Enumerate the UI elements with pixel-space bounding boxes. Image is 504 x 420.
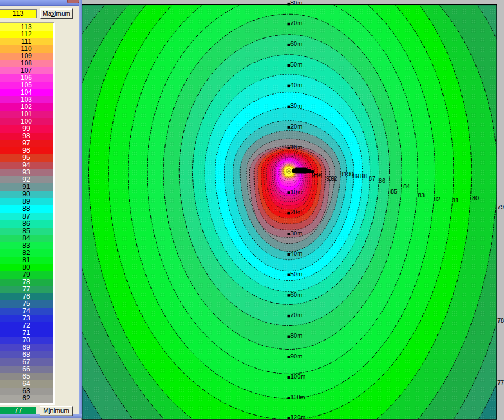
svg-text:120m: 120m	[290, 414, 306, 420]
svg-text:70m: 70m	[290, 312, 302, 318]
svg-text:81: 81	[452, 197, 459, 204]
svg-text:82: 82	[434, 196, 440, 202]
svg-text:40m: 40m	[290, 82, 302, 88]
svg-text:87: 87	[369, 175, 375, 182]
svg-text:110m: 110m	[290, 394, 305, 400]
svg-text:50m: 50m	[290, 271, 302, 277]
svg-text:85: 85	[390, 188, 397, 195]
svg-text:20m: 20m	[290, 123, 302, 130]
svg-text:89: 89	[352, 173, 359, 180]
svg-text:84: 84	[403, 183, 410, 190]
svg-text:88: 88	[360, 173, 367, 180]
svg-text:80: 80	[472, 195, 479, 201]
svg-text:100m: 100m	[290, 373, 306, 380]
svg-text:77: 77	[497, 379, 504, 386]
svg-text:10m: 10m	[290, 144, 302, 150]
svg-text:50m: 50m	[290, 61, 302, 68]
svg-text:60m: 60m	[290, 291, 302, 298]
svg-text:78: 78	[497, 317, 504, 324]
svg-text:40m: 40m	[290, 250, 302, 257]
svg-text:10m: 10m	[290, 188, 302, 195]
svg-text:70m: 70m	[290, 20, 302, 26]
svg-text:91: 91	[340, 171, 347, 177]
svg-text:83: 83	[418, 192, 425, 199]
svg-text:20m: 20m	[290, 209, 302, 215]
svg-text:30m: 30m	[290, 102, 302, 109]
svg-text:60m: 60m	[290, 40, 302, 47]
svg-text:9594: 9594	[312, 172, 323, 178]
svg-text:80m: 80m	[290, 0, 302, 6]
svg-text:90m: 90m	[290, 353, 302, 360]
svg-text:86: 86	[379, 177, 385, 184]
svg-text:9392: 9392	[326, 175, 337, 182]
svg-text:79: 79	[497, 204, 504, 210]
svg-text:30m: 30m	[290, 230, 302, 237]
svg-text:80m: 80m	[290, 332, 302, 339]
